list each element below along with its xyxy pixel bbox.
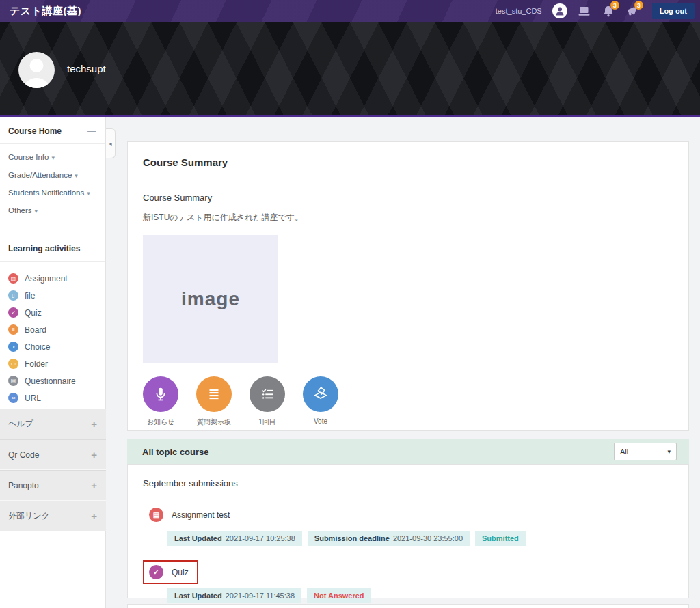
sidebar-item-others[interactable]: Others▾ xyxy=(0,201,105,219)
profile-banner: techsupt xyxy=(0,22,700,117)
last-updated-badge: Last Updated2021-09-17 11:45:38 xyxy=(167,588,301,603)
course-home-title: Course Home xyxy=(8,126,62,136)
sidebar-item-questionnaire[interactable]: ▤ Questionnaire xyxy=(0,372,105,389)
assignment-test-link[interactable]: ▤ Assignment test xyxy=(143,503,239,527)
megaphone-badge: 3 xyxy=(634,1,643,10)
course-summary-body: Course Summary 新ISTUのテスト用に作成された講座です。 ima… xyxy=(128,180,688,427)
sidebar-section-help[interactable]: ヘルプ + xyxy=(0,409,106,439)
quiz-link[interactable]: ✓ Quiz xyxy=(143,560,198,584)
sidebar-item-board[interactable]: ≡ Board xyxy=(0,321,105,338)
status-badge-not-answered: Not Answered xyxy=(307,588,371,603)
profile-avatar xyxy=(18,52,55,88)
shortcut-question-board[interactable]: 質問掲示板 xyxy=(196,376,232,427)
sidebar-item-assignment[interactable]: ▤ Assignment xyxy=(0,270,105,287)
questionnaire-icon: ▤ xyxy=(8,376,18,386)
vote-icon xyxy=(303,376,338,412)
collapse-arrow-icon: ◂ xyxy=(109,141,111,147)
sidebar: Course Home — Course Info▾ Grade/Attenda… xyxy=(0,117,106,608)
person-icon xyxy=(554,5,565,16)
profile-name: techsupt xyxy=(67,63,106,74)
last-updated-badge: Last Updated2021-09-17 10:25:38 xyxy=(167,531,302,546)
quiz-badges: Last Updated2021-09-17 11:45:38 Not Answ… xyxy=(167,588,673,603)
sidebar-collapse-toggle[interactable]: ◂ xyxy=(106,128,116,158)
main-content: Course Summary Course Summary 新ISTUのテスト用… xyxy=(127,117,689,608)
sidebar-section-qr-code[interactable]: Qr Code + xyxy=(0,439,106,470)
caret-down-icon: ▾ xyxy=(75,172,78,179)
shortcut-announcements[interactable]: お知らせ xyxy=(143,376,178,427)
sidebar-section-panopto[interactable]: Panopto + xyxy=(0,470,106,501)
learning-activities-list: ▤ Assignment ▯ file ✓ Quiz ≡ Board ◑ Cho… xyxy=(0,262,105,413)
activity-shortcuts: お知らせ 質問掲示板 xyxy=(143,376,673,427)
microphone-icon xyxy=(143,376,178,412)
expand-plus-icon[interactable]: + xyxy=(91,449,97,460)
top-header-bar: テスト講座(基) test_stu_CDS 3 xyxy=(0,0,700,22)
course-title: テスト講座(基) xyxy=(10,5,81,18)
submissions-group-title: September submissions xyxy=(143,478,673,488)
deadline-badge: Submission deadline2021-09-30 23:55:00 xyxy=(308,531,470,546)
assignment-icon: ▤ xyxy=(149,508,163,522)
sidebar-section-external-links[interactable]: 外部リンク + xyxy=(0,501,106,531)
learning-activities-title: Learning activities xyxy=(8,244,80,253)
image-placeholder-label: image xyxy=(181,288,240,310)
assignment-badges: Last Updated2021-09-17 10:25:38 Submissi… xyxy=(167,531,673,546)
chevron-down-icon: ▾ xyxy=(667,448,671,455)
checklist-icon xyxy=(250,376,285,412)
folder-icon: ▭ xyxy=(8,359,18,369)
quiz-icon: ✓ xyxy=(8,307,18,318)
board-lines-icon xyxy=(196,376,232,412)
sidebar-item-url[interactable]: ∞ URL xyxy=(0,389,105,406)
expand-plus-icon[interactable]: + xyxy=(91,480,97,491)
sidebar-item-students-notifications[interactable]: Students Notifications▾ xyxy=(0,183,105,201)
bell-badge: 3 xyxy=(610,1,619,10)
header-actions: test_stu_CDS 3 xyxy=(496,3,695,19)
laptop-icon[interactable] xyxy=(578,4,591,18)
quiz-icon: ✓ xyxy=(149,565,163,579)
sidebar-item-choice[interactable]: ◑ Choice xyxy=(0,338,105,355)
sidebar-collapsed-sections: ヘルプ + Qr Code + Panopto + 外部リンク + xyxy=(0,409,106,531)
board-icon: ≡ xyxy=(8,324,18,335)
sidebar-item-file[interactable]: ▯ file xyxy=(0,287,105,304)
collapse-minus-icon[interactable]: — xyxy=(88,244,96,253)
page: テスト講座(基) test_stu_CDS 3 xyxy=(0,0,700,608)
sidebar-item-grade-attendance[interactable]: Grade/Attendance▾ xyxy=(0,165,105,183)
megaphone-icon[interactable]: 3 xyxy=(625,4,639,18)
all-topic-course-bar: All topic course All ▾ xyxy=(127,439,689,464)
status-badge-submitted: Submitted xyxy=(475,531,526,546)
choice-icon: ◑ xyxy=(8,342,18,352)
caret-down-icon: ▾ xyxy=(35,208,38,215)
logout-button[interactable]: Log out xyxy=(652,3,695,19)
collapse-minus-icon[interactable]: — xyxy=(88,126,96,136)
sidebar-section-course-home[interactable]: Course Home — xyxy=(0,117,105,144)
entry-quiz: ✓ Quiz Last Updated2021-09-17 11:45:38 N… xyxy=(143,560,673,603)
sidebar-item-course-info[interactable]: Course Info▾ xyxy=(0,148,105,165)
topic-filter-select[interactable]: All ▾ xyxy=(614,443,677,460)
next-section-edge xyxy=(127,604,689,608)
entry-assignment-test: ▤ Assignment test Last Updated2021-09-17… xyxy=(143,503,673,546)
file-icon: ▯ xyxy=(8,290,18,301)
url-icon: ∞ xyxy=(8,393,18,403)
course-description: 新ISTUのテスト用に作成された講座です。 xyxy=(143,212,673,223)
caret-down-icon: ▾ xyxy=(51,154,55,161)
course-image-placeholder: image xyxy=(143,235,278,363)
user-avatar-icon[interactable] xyxy=(552,3,567,18)
shortcut-first-session[interactable]: 1回目 xyxy=(250,376,285,427)
sidebar-item-quiz[interactable]: ✓ Quiz xyxy=(0,304,105,321)
expand-plus-icon[interactable]: + xyxy=(91,510,97,522)
notification-bell-icon[interactable]: 3 xyxy=(602,4,615,18)
course-home-nav: Course Info▾ Grade/Attendance▾ Students … xyxy=(0,144,105,224)
course-summary-heading: Course Summary xyxy=(128,142,688,180)
topic-filter-value: All xyxy=(620,447,628,456)
shortcut-vote[interactable]: Vote xyxy=(303,376,338,427)
username-label: test_stu_CDS xyxy=(496,7,542,15)
expand-plus-icon[interactable]: + xyxy=(91,418,97,430)
caret-down-icon: ▾ xyxy=(87,190,90,197)
sidebar-section-learning-activities[interactable]: Learning activities — xyxy=(0,234,105,262)
submissions-card: September submissions ▤ Assignment test … xyxy=(127,464,689,598)
course-summary-card: Course Summary Course Summary 新ISTUのテスト用… xyxy=(127,141,689,431)
assignment-icon: ▤ xyxy=(8,273,18,284)
course-summary-subheading: Course Summary xyxy=(143,193,673,203)
sidebar-item-folder[interactable]: ▭ Folder xyxy=(0,355,105,372)
person-icon xyxy=(18,52,55,88)
all-topic-course-title: All topic course xyxy=(142,447,209,457)
